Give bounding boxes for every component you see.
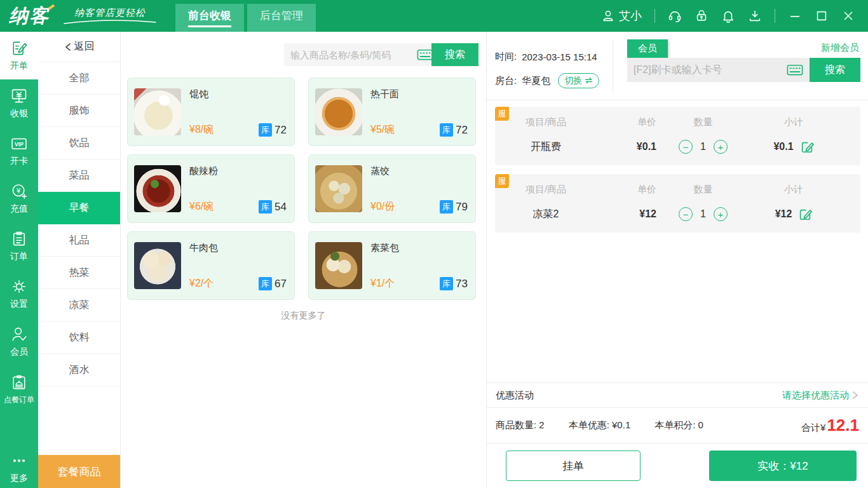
user-chip[interactable]: 艾小 [601, 8, 642, 24]
increase-qty-button[interactable]: + [714, 207, 728, 221]
back-button[interactable]: 返回 [38, 32, 120, 62]
member-card-input[interactable] [634, 64, 787, 76]
col-header-name: 项目/商品 [495, 184, 597, 196]
category-item[interactable]: 饮料 [38, 322, 120, 354]
dine-order-icon [10, 374, 28, 391]
download-icon[interactable] [748, 9, 762, 23]
sidebar-item[interactable]: 开单 [0, 32, 38, 79]
orders-icon [10, 230, 28, 248]
sidebar-item[interactable]: 收银 [0, 79, 38, 127]
product-search-button[interactable]: 搜索 [431, 43, 478, 66]
stock-count: 79 [456, 201, 468, 214]
minimize-button[interactable] [788, 9, 802, 23]
member-search-button[interactable]: 搜索 [810, 58, 860, 82]
stock-badge: 库 [440, 200, 453, 214]
category-item[interactable]: 热菜 [38, 257, 120, 289]
category-item[interactable]: 菜品 [38, 159, 120, 192]
total-value: 12.1 [827, 416, 859, 435]
svg-text:VIP: VIP [15, 141, 24, 147]
main-tab[interactable]: 后台管理 [247, 4, 316, 32]
product-price: ¥2/个 [189, 277, 214, 290]
product-card[interactable]: 蒸饺 ¥0/份 库 79 [308, 154, 476, 223]
order-item-qty: 1 [700, 141, 706, 152]
product-price: ¥6/碗 [189, 200, 214, 214]
sidebar-item[interactable]: ¥ 充值 [0, 175, 38, 222]
promo-label: 优惠活动 [496, 390, 534, 402]
topbar-actions: 艾小 [601, 0, 868, 32]
member-icon [10, 325, 28, 343]
discount-label: 本单优惠: [569, 419, 609, 430]
svg-text:¥: ¥ [16, 187, 21, 194]
bell-icon[interactable] [721, 9, 735, 23]
edit-item-button[interactable] [800, 140, 814, 154]
product-search-input[interactable] [290, 50, 417, 60]
product-card[interactable]: 酸辣粉 ¥6/碗 库 54 [127, 154, 295, 223]
hold-order-button[interactable]: 挂单 [506, 451, 641, 481]
category-item[interactable]: 服饰 [38, 95, 120, 127]
app-logo: 纳客 [9, 3, 53, 29]
sidebar-item-more[interactable]: 更多 [0, 447, 38, 488]
qty-total-label: 商品数量: [496, 419, 536, 430]
order-item-list: 服 项目/商品 单价 数量 小计 开瓶费 ¥0.1 − 1 + [487, 100, 868, 383]
product-card[interactable]: 牛肉包 ¥2/个 库 67 [127, 231, 295, 300]
category-panel: 返回 全部服饰饮品菜品早餐礼品热菜凉菜饮料酒水 套餐商品 [38, 32, 121, 488]
combo-products-button[interactable]: 套餐商品 [38, 455, 120, 488]
close-button[interactable] [841, 9, 855, 23]
promo-row: 优惠活动 请选择优惠活动 [487, 383, 868, 407]
category-item[interactable]: 饮品 [38, 127, 120, 159]
chevron-left-icon [64, 43, 72, 51]
increase-qty-button[interactable]: + [714, 140, 728, 154]
order-item-subtotal: ¥12 [775, 208, 792, 220]
product-card[interactable]: 热干面 ¥5/碗 库 72 [308, 78, 476, 146]
product-price: ¥5/碗 [370, 123, 395, 137]
room-value: 华夏包 [522, 75, 550, 87]
main-tab[interactable]: 前台收银 [175, 4, 244, 32]
decrease-qty-button[interactable]: − [679, 140, 693, 154]
col-header-qty: 数量 [660, 184, 746, 196]
add-member-link[interactable]: 新增会员 [821, 42, 859, 54]
product-search-box [284, 43, 431, 66]
decrease-qty-button[interactable]: − [679, 207, 693, 221]
points-value: 0 [698, 419, 703, 430]
select-promo-link[interactable]: 请选择优惠活动 [782, 390, 859, 402]
sidebar-item[interactable]: 点餐订单 [0, 365, 38, 413]
product-image [315, 88, 362, 135]
switch-room-button[interactable]: 切换 [558, 73, 599, 88]
category-item[interactable]: 酒水 [38, 354, 120, 386]
product-name: 素菜包 [370, 242, 468, 254]
order-item-card: 服 项目/商品 单价 数量 小计 凉菜2 ¥12 − 1 + [495, 174, 860, 233]
col-header-name: 项目/商品 [495, 116, 597, 128]
headset-icon[interactable] [668, 9, 682, 23]
order-info-section: 时间: 2023-03-15 15:14 房台: 华夏包 切换 新增会员 会员 [487, 32, 868, 100]
order-panel: 时间: 2023-03-15 15:14 房台: 华夏包 切换 新增会员 会员 [486, 32, 868, 488]
product-image [315, 242, 362, 289]
category-item[interactable]: 凉菜 [38, 289, 120, 322]
stock-count: 72 [275, 124, 287, 137]
recharge-icon: ¥ [10, 182, 28, 200]
stock-count: 73 [456, 278, 468, 290]
category-item[interactable]: 全部 [38, 62, 120, 95]
edit-item-button[interactable] [798, 207, 812, 221]
qty-total-value: 2 [539, 419, 544, 430]
product-area: 搜索 馄饨 ¥8/碗 库 72 热干面 [121, 32, 486, 488]
sidebar-item[interactable]: 会员 [0, 318, 38, 365]
pay-button[interactable]: 实收：¥12 [709, 451, 857, 481]
product-card[interactable]: 馄饨 ¥8/碗 库 72 [127, 78, 295, 146]
member-tab[interactable]: 会员 [627, 39, 668, 58]
product-name: 馄饨 [189, 88, 287, 100]
category-item[interactable]: 早餐 [38, 192, 120, 224]
col-header-unit-price: 单价 [597, 184, 660, 196]
swap-arrows-icon [585, 78, 593, 85]
total-label: 合计¥ [801, 422, 825, 434]
sidebar-item[interactable]: VIP 开卡 [0, 127, 38, 175]
category-item[interactable]: 礼品 [38, 224, 120, 257]
sidebar-item[interactable]: 设置 [0, 270, 38, 318]
room-label: 房台: [495, 75, 517, 87]
chevron-right-icon [851, 391, 859, 400]
product-price: ¥1/个 [370, 277, 395, 290]
lock-icon[interactable] [695, 9, 709, 23]
keyboard-icon[interactable] [787, 64, 803, 76]
product-card[interactable]: 素菜包 ¥1/个 库 73 [308, 231, 476, 300]
maximize-button[interactable] [815, 9, 829, 23]
sidebar-item[interactable]: 订单 [0, 222, 38, 270]
